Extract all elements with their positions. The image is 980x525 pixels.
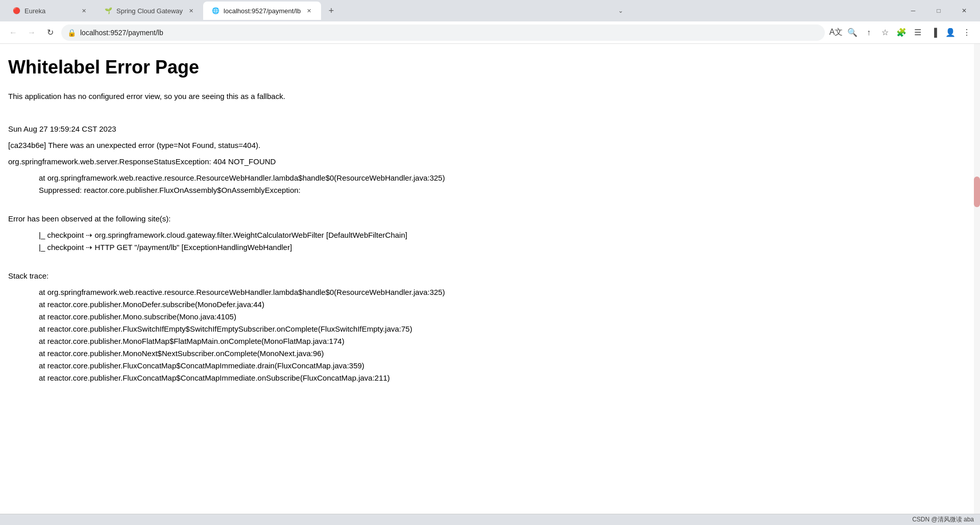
trace-line-5: at reactor.core.publisher.MonoFlatMap$Fl… <box>8 335 972 347</box>
menu-button[interactable]: ⋮ <box>960 26 974 40</box>
back-button[interactable]: ← <box>6 26 20 40</box>
browser-frame: 🔴 Eureka ✕ 🌱 Spring Cloud Gateway ✕ 🌐 lo… <box>0 0 980 525</box>
trace-line-3: at reactor.core.publisher.Mono.subscribe… <box>8 311 972 323</box>
maximize-button[interactable]: □ <box>927 0 950 21</box>
scg-tab-close[interactable]: ✕ <box>187 7 195 15</box>
title-bar: 🔴 Eureka ✕ 🌱 Spring Cloud Gateway ✕ 🌐 lo… <box>0 0 980 21</box>
stack-line-1: at org.springframework.web.reactive.reso… <box>8 172 972 184</box>
tab-localhost-payment[interactable]: 🌐 localhost:9527/payment/lb ✕ <box>203 2 321 20</box>
trace-line-8: at reactor.core.publisher.FluxConcatMap$… <box>8 372 972 384</box>
localhost-tab-close[interactable]: ✕ <box>305 7 313 15</box>
tab-eureka[interactable]: 🔴 Eureka ✕ <box>4 2 96 20</box>
bookmark-button[interactable]: ☆ <box>878 26 892 40</box>
lock-icon: 🔒 <box>67 29 76 37</box>
forward-button[interactable]: → <box>24 26 39 40</box>
trace-line-7: at reactor.core.publisher.FluxConcatMap$… <box>8 360 972 372</box>
exception-message: org.springframework.web.server.ResponseS… <box>8 156 972 168</box>
trace-line-1: at org.springframework.web.reactive.reso… <box>8 286 972 298</box>
tab-spring-cloud-gateway[interactable]: 🌱 Spring Cloud Gateway ✕ <box>96 2 203 20</box>
bottom-bar: CSDN @清风微读 aba <box>0 514 980 525</box>
trace-line-4: at reactor.core.publisher.FluxSwitchIfEm… <box>8 323 972 335</box>
page-content: Whitelabel Error Page This application h… <box>0 44 980 514</box>
new-tab-button[interactable]: + <box>323 3 339 19</box>
translate-button[interactable]: A文 <box>829 26 843 40</box>
nav-actions: A文 🔍 ↑ ☆ 🧩 ☰ ▐ 👤 ⋮ <box>829 26 974 40</box>
error-description: This application has no configured error… <box>8 90 972 103</box>
localhost-tab-title: localhost:9527/payment/lb <box>224 7 301 15</box>
close-button[interactable]: ✕ <box>952 0 976 21</box>
vertical-scrollbar[interactable] <box>974 44 980 514</box>
share-button[interactable]: ↑ <box>862 26 876 40</box>
trace-line-6: at reactor.core.publisher.MonoNext$NextS… <box>8 347 972 360</box>
address-text: localhost:9527/payment/lb <box>80 29 819 37</box>
stack-line-2: Suppressed: reactor.core.publisher.FluxO… <box>8 184 972 196</box>
scrollbar-thumb[interactable] <box>974 177 980 207</box>
error-page-title: Whitelabel Error Page <box>8 56 972 78</box>
error-body: This application has no configured error… <box>8 90 972 384</box>
navigation-bar: ← → ↻ 🔒 localhost:9527/payment/lb A文 🔍 ↑… <box>0 21 980 44</box>
address-bar[interactable]: 🔒 localhost:9527/payment/lb <box>61 24 825 41</box>
observed-header: Error has been observed at the following… <box>8 213 972 225</box>
sidebar-button[interactable]: ▐ <box>927 26 941 40</box>
scg-favicon: 🌱 <box>104 7 112 15</box>
zoom-button[interactable]: 🔍 <box>845 26 860 40</box>
profile-button[interactable]: 👤 <box>943 26 958 40</box>
error-id: [ca234b6e] There was an unexpected error… <box>8 139 972 152</box>
eureka-tab-close[interactable]: ✕ <box>80 7 88 15</box>
scg-tab-title: Spring Cloud Gateway <box>116 7 183 15</box>
eureka-tab-title: Eureka <box>24 7 76 15</box>
trace-line-2: at reactor.core.publisher.MonoDefer.subs… <box>8 298 972 311</box>
error-timestamp: Sun Aug 27 19:59:24 CST 2023 <box>8 123 972 135</box>
minimize-button[interactable]: ─ <box>901 0 925 21</box>
checkpoint-2: |_ checkpoint ⇢ HTTP GET "/payment/lb" [… <box>8 241 972 254</box>
refresh-button[interactable]: ↻ <box>43 26 57 40</box>
eureka-favicon: 🔴 <box>12 7 20 15</box>
window-controls: ─ □ ✕ <box>901 0 976 21</box>
tab-overflow-button[interactable]: ⌄ <box>612 3 629 19</box>
stack-trace-header: Stack trace: <box>8 270 972 282</box>
extensions-button[interactable]: 🧩 <box>894 26 909 40</box>
localhost-favicon: 🌐 <box>211 7 219 15</box>
sidebar-search-button[interactable]: ☰ <box>911 26 925 40</box>
checkpoint-1: |_ checkpoint ⇢ org.springframework.clou… <box>8 229 972 241</box>
csdn-watermark: CSDN @清风微读 aba <box>912 515 974 524</box>
